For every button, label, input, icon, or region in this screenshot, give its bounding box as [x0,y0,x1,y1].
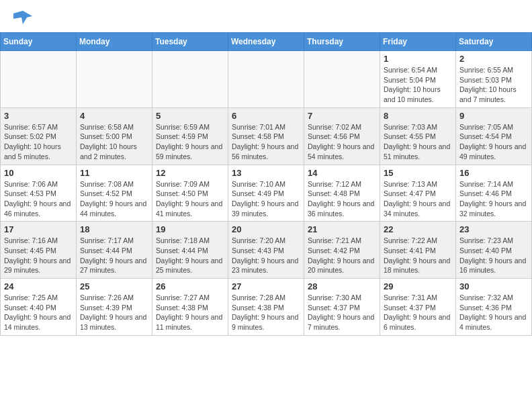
weekday-header-saturday: Saturday [456,33,532,51]
day-number: 17 [4,224,73,234]
day-number: 13 [232,168,300,178]
calendar-cell: 27Sunrise: 7:28 AM Sunset: 4:38 PM Dayli… [228,279,304,336]
calendar-cell: 12Sunrise: 7:09 AM Sunset: 4:50 PM Dayli… [152,165,228,222]
day-number: 11 [80,168,148,178]
day-number: 7 [308,111,376,121]
day-number: 25 [80,281,148,291]
calendar-cell: 8Sunrise: 7:03 AM Sunset: 4:55 PM Daylig… [380,107,456,165]
day-info: Sunrise: 6:58 AM Sunset: 5:00 PM Dayligh… [80,122,148,162]
day-number: 4 [80,111,148,121]
day-info: Sunrise: 7:27 AM Sunset: 4:38 PM Dayligh… [156,293,224,332]
day-number: 18 [80,224,148,234]
calendar-cell: 30Sunrise: 7:32 AM Sunset: 4:36 PM Dayli… [456,279,532,336]
day-info: Sunrise: 7:32 AM Sunset: 4:36 PM Dayligh… [459,293,528,332]
calendar-cell [152,51,228,108]
day-info: Sunrise: 7:30 AM Sunset: 4:37 PM Dayligh… [308,293,376,332]
day-info: Sunrise: 6:55 AM Sunset: 5:03 PM Dayligh… [459,65,528,105]
weekday-header-monday: Monday [77,33,152,51]
day-info: Sunrise: 7:22 AM Sunset: 4:41 PM Dayligh… [384,236,452,275]
calendar-cell: 1Sunrise: 6:54 AM Sunset: 5:04 PM Daylig… [380,51,456,108]
calendar-cell: 6Sunrise: 7:01 AM Sunset: 4:58 PM Daylig… [228,107,304,165]
calendar-cell: 13Sunrise: 7:10 AM Sunset: 4:49 PM Dayli… [228,165,304,222]
day-number: 9 [459,111,528,121]
svg-marker-0 [13,11,32,24]
day-info: Sunrise: 7:23 AM Sunset: 4:40 PM Dayligh… [459,236,528,275]
day-info: Sunrise: 6:54 AM Sunset: 5:04 PM Dayligh… [384,65,452,105]
day-info: Sunrise: 7:14 AM Sunset: 4:46 PM Dayligh… [459,179,528,219]
day-number: 30 [459,281,528,291]
day-number: 20 [232,224,300,234]
day-number: 24 [4,281,73,291]
day-number: 26 [156,281,224,291]
day-number: 8 [384,111,452,121]
logo-icon [13,11,32,27]
calendar-cell: 18Sunrise: 7:17 AM Sunset: 4:44 PM Dayli… [77,222,152,279]
calendar-cell [304,51,380,108]
day-number: 23 [459,224,528,234]
day-number: 3 [4,111,73,121]
calendar-cell: 19Sunrise: 7:18 AM Sunset: 4:44 PM Dayli… [152,222,228,279]
day-info: Sunrise: 7:13 AM Sunset: 4:47 PM Dayligh… [384,179,452,219]
calendar-cell: 16Sunrise: 7:14 AM Sunset: 4:46 PM Dayli… [456,165,532,222]
day-number: 29 [384,281,452,291]
day-info: Sunrise: 7:21 AM Sunset: 4:42 PM Dayligh… [308,236,376,275]
calendar-cell: 2Sunrise: 6:55 AM Sunset: 5:03 PM Daylig… [456,51,532,108]
day-number: 10 [4,168,73,178]
calendar-cell [228,51,304,108]
calendar-cell: 11Sunrise: 7:08 AM Sunset: 4:52 PM Dayli… [77,165,152,222]
day-info: Sunrise: 7:06 AM Sunset: 4:53 PM Dayligh… [4,179,73,219]
weekday-header-friday: Friday [380,33,456,51]
day-info: Sunrise: 7:10 AM Sunset: 4:49 PM Dayligh… [232,179,300,219]
weekday-header-wednesday: Wednesday [228,33,304,51]
day-info: Sunrise: 6:57 AM Sunset: 5:02 PM Dayligh… [4,122,73,162]
calendar-cell: 9Sunrise: 7:05 AM Sunset: 4:54 PM Daylig… [456,107,532,165]
calendar-cell: 23Sunrise: 7:23 AM Sunset: 4:40 PM Dayli… [456,222,532,279]
day-number: 19 [156,224,224,234]
weekday-header-thursday: Thursday [304,33,380,51]
day-number: 21 [308,224,376,234]
day-number: 15 [384,168,452,178]
calendar-cell: 3Sunrise: 6:57 AM Sunset: 5:02 PM Daylig… [1,107,77,165]
day-info: Sunrise: 6:59 AM Sunset: 4:59 PM Dayligh… [156,122,224,162]
day-info: Sunrise: 7:28 AM Sunset: 4:38 PM Dayligh… [232,293,300,332]
calendar-cell: 26Sunrise: 7:27 AM Sunset: 4:38 PM Dayli… [152,279,228,336]
day-info: Sunrise: 7:03 AM Sunset: 4:55 PM Dayligh… [384,122,452,162]
calendar-cell: 29Sunrise: 7:31 AM Sunset: 4:37 PM Dayli… [380,279,456,336]
day-info: Sunrise: 7:16 AM Sunset: 4:45 PM Dayligh… [4,236,73,275]
calendar: SundayMondayTuesdayWednesdayThursdayFrid… [0,32,532,336]
day-number: 1 [384,54,452,64]
day-info: Sunrise: 7:25 AM Sunset: 4:40 PM Dayligh… [4,293,73,332]
calendar-cell [77,51,152,108]
calendar-cell [1,51,77,108]
day-number: 14 [308,168,376,178]
calendar-cell: 20Sunrise: 7:20 AM Sunset: 4:43 PM Dayli… [228,222,304,279]
day-info: Sunrise: 7:08 AM Sunset: 4:52 PM Dayligh… [80,179,148,219]
calendar-cell: 4Sunrise: 6:58 AM Sunset: 5:00 PM Daylig… [77,107,152,165]
calendar-cell: 14Sunrise: 7:12 AM Sunset: 4:48 PM Dayli… [304,165,380,222]
day-number: 6 [232,111,300,121]
day-info: Sunrise: 7:09 AM Sunset: 4:50 PM Dayligh… [156,179,224,219]
calendar-cell: 15Sunrise: 7:13 AM Sunset: 4:47 PM Dayli… [380,165,456,222]
calendar-cell: 25Sunrise: 7:26 AM Sunset: 4:39 PM Dayli… [77,279,152,336]
day-info: Sunrise: 7:17 AM Sunset: 4:44 PM Dayligh… [80,236,148,275]
day-number: 27 [232,281,300,291]
day-number: 5 [156,111,224,121]
day-number: 28 [308,281,376,291]
day-info: Sunrise: 7:01 AM Sunset: 4:58 PM Dayligh… [232,122,300,162]
day-info: Sunrise: 7:12 AM Sunset: 4:48 PM Dayligh… [308,179,376,219]
calendar-cell: 5Sunrise: 6:59 AM Sunset: 4:59 PM Daylig… [152,107,228,165]
day-info: Sunrise: 7:05 AM Sunset: 4:54 PM Dayligh… [459,122,528,162]
calendar-cell: 21Sunrise: 7:21 AM Sunset: 4:42 PM Dayli… [304,222,380,279]
logo [13,11,34,27]
calendar-cell: 22Sunrise: 7:22 AM Sunset: 4:41 PM Dayli… [380,222,456,279]
day-info: Sunrise: 7:20 AM Sunset: 4:43 PM Dayligh… [232,236,300,275]
calendar-cell: 10Sunrise: 7:06 AM Sunset: 4:53 PM Dayli… [1,165,77,222]
day-number: 12 [156,168,224,178]
weekday-header-tuesday: Tuesday [152,33,228,51]
calendar-cell: 28Sunrise: 7:30 AM Sunset: 4:37 PM Dayli… [304,279,380,336]
day-number: 2 [459,54,528,64]
day-number: 22 [384,224,452,234]
day-info: Sunrise: 7:02 AM Sunset: 4:56 PM Dayligh… [308,122,376,162]
day-info: Sunrise: 7:26 AM Sunset: 4:39 PM Dayligh… [80,293,148,332]
weekday-header-sunday: Sunday [1,33,77,51]
